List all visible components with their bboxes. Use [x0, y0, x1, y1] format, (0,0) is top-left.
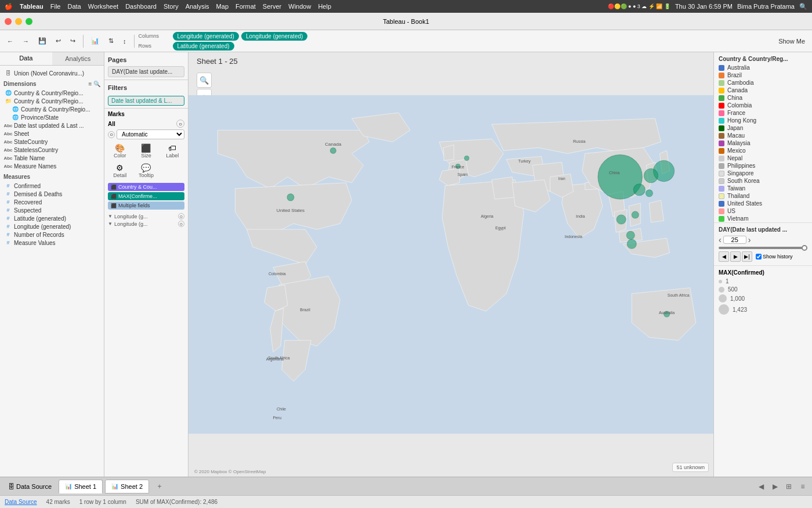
menu-story[interactable]: Story: [164, 3, 179, 10]
tab-analytics[interactable]: Analytics: [52, 52, 104, 65]
menu-format[interactable]: Format: [235, 3, 256, 10]
search-icon[interactable]: 🔍: [799, 3, 807, 10]
data-source-button[interactable]: 📊: [88, 35, 103, 46]
bubble-singapore[interactable]: [627, 239, 636, 248]
menu-help[interactable]: Help: [318, 3, 331, 10]
menu-worksheet[interactable]: Worksheet: [88, 3, 118, 10]
playback-next-button[interactable]: ▶|: [742, 251, 752, 262]
data-source-link[interactable]: Data Source: [5, 499, 37, 505]
measure-num-records[interactable]: # Number of Records: [3, 230, 100, 239]
tab-nav-prev[interactable]: ◀: [755, 481, 767, 492]
legend-japan[interactable]: Japan: [714, 124, 812, 132]
playback-play-button[interactable]: ▶: [730, 251, 741, 262]
add-sheet-button[interactable]: +: [154, 481, 165, 492]
legend-south-korea[interactable]: South Korea: [714, 177, 812, 185]
marks-type-select[interactable]: Automatic: [117, 129, 184, 139]
longitude-radio-2[interactable]: ○: [178, 221, 184, 227]
show-me-button[interactable]: Show Me: [775, 36, 809, 46]
measure-confirmed[interactable]: # Confirmed: [3, 182, 100, 190]
menu-file[interactable]: File: [50, 3, 61, 10]
legend-france[interactable]: France: [714, 109, 812, 117]
legend-australia[interactable]: Australia: [714, 64, 812, 71]
legend-singapore[interactable]: Singapore: [714, 170, 812, 177]
bubble-us[interactable]: [287, 194, 294, 201]
save-button[interactable]: 💾: [35, 35, 50, 46]
legend-mexico[interactable]: Mexico: [714, 147, 812, 154]
longitude-radio-1[interactable]: ○: [178, 213, 184, 219]
grid-view-button[interactable]: ⊞: [783, 481, 795, 492]
marks-field-country[interactable]: ⬛ Country & Cou...: [108, 183, 184, 191]
bubble-south-korea[interactable]: [644, 169, 658, 183]
data-source-tab[interactable]: 🗄 Data Source: [3, 482, 56, 491]
sort-button[interactable]: ↕: [119, 36, 130, 46]
legend-us[interactable]: US: [714, 207, 812, 215]
show-history-checkbox[interactable]: [756, 254, 762, 260]
bubble-thailand[interactable]: [617, 215, 626, 224]
playback-prev-button[interactable]: ◀: [719, 251, 729, 262]
swap-button[interactable]: ⇅: [105, 35, 117, 46]
legend-canada[interactable]: Canada: [714, 87, 812, 94]
bubble-malaysia[interactable]: [626, 231, 635, 239]
menu-window[interactable]: Window: [288, 3, 311, 10]
measure-values[interactable]: # Measure Values: [3, 239, 100, 247]
legend-philippines[interactable]: Philippines: [714, 162, 812, 170]
legend-thailand[interactable]: Thailand: [714, 192, 812, 200]
bubble-taiwan[interactable]: [646, 190, 652, 197]
menu-data[interactable]: Data: [68, 3, 81, 10]
legend-nepal[interactable]: Nepal: [714, 154, 812, 162]
dim-province-state[interactable]: 🌐 Province/State: [3, 113, 100, 121]
data-source-item[interactable]: 🗄 Union (Novel Coronaviru...): [3, 69, 100, 77]
dim-date-updated[interactable]: Abc Date last updated & Last ...: [3, 121, 100, 129]
minimize-button[interactable]: [15, 18, 22, 25]
marks-field-confirmed[interactable]: ⬛ MAX(Confirme...: [108, 192, 184, 200]
legend-brazil[interactable]: Brazil: [714, 71, 812, 79]
maximize-button[interactable]: [26, 18, 32, 25]
marks-cell-detail[interactable]: ⚙ Detail: [108, 162, 132, 179]
row-pill[interactable]: Latitude (generated): [173, 42, 234, 51]
dim-measure-names[interactable]: Abc Measure Names: [3, 162, 100, 170]
marks-field-multiple[interactable]: ⬛ Multiple fields: [108, 201, 184, 210]
measure-recovered[interactable]: # Recovered: [3, 198, 100, 206]
legend-hong-kong[interactable]: Hong Kong: [714, 117, 812, 124]
back-button[interactable]: ←: [3, 36, 17, 46]
day-slider-thumb[interactable]: [802, 245, 807, 251]
measure-suspected[interactable]: # Suspected: [3, 206, 100, 214]
col-pill-1[interactable]: Longitude (generated): [173, 32, 239, 41]
col-pill-2[interactable]: Longitude (generated): [241, 32, 307, 41]
legend-taiwan[interactable]: Taiwan: [714, 185, 812, 192]
marks-cell-size[interactable]: ⬛ Size: [134, 142, 158, 160]
menu-map[interactable]: Map: [216, 3, 229, 10]
forward-button[interactable]: →: [19, 36, 32, 46]
close-button[interactable]: [5, 18, 12, 25]
tab-nav-next[interactable]: ▶: [769, 481, 781, 492]
legend-united-states[interactable]: United States: [714, 200, 812, 207]
dim-sheet[interactable]: Abc Sheet: [3, 129, 100, 138]
dim-country-folder[interactable]: 📁 Country & Country/Regio...: [3, 97, 100, 105]
list-view-button[interactable]: ≡: [797, 481, 809, 492]
day-prev-button[interactable]: ‹: [719, 235, 722, 244]
measure-demised[interactable]: # Demised & Deaths: [3, 190, 100, 198]
day-value-input[interactable]: [723, 236, 746, 244]
tab-data[interactable]: Data: [0, 52, 52, 65]
measure-latitude[interactable]: # Latitude (generated): [3, 214, 100, 222]
dim-stateless-country[interactable]: Abc StatelessCountry: [3, 146, 100, 154]
pages-pill[interactable]: DAY(Date last update...: [108, 66, 184, 77]
dimensions-actions[interactable]: ≡ 🔍: [88, 81, 100, 87]
legend-china[interactable]: China: [714, 94, 812, 102]
dim-country-region-1[interactable]: 🌐 Country & Country/Regio...: [3, 89, 100, 97]
bubble-vietnam[interactable]: [632, 211, 639, 218]
bubble-hong-kong[interactable]: [633, 184, 645, 196]
marks-radio[interactable]: ○: [176, 120, 184, 128]
legend-macau[interactable]: Macau: [714, 132, 812, 139]
dim-country-region-2[interactable]: 🌐 Country & Country/Regio...: [3, 105, 100, 113]
marks-cell-label[interactable]: 🏷 Label: [161, 142, 184, 160]
bubble-germany[interactable]: [465, 156, 469, 160]
undo-button[interactable]: ↩: [52, 35, 64, 46]
legend-colombia[interactable]: Colombia: [714, 102, 812, 109]
menu-server[interactable]: Server: [263, 3, 281, 10]
bubble-canada[interactable]: [330, 147, 336, 153]
redo-button[interactable]: ↪: [67, 35, 79, 46]
legend-malaysia[interactable]: Malaysia: [714, 139, 812, 147]
marks-cell-color[interactable]: 🎨 Color: [108, 142, 132, 160]
dim-state-country[interactable]: Abc StateCountry: [3, 138, 100, 146]
